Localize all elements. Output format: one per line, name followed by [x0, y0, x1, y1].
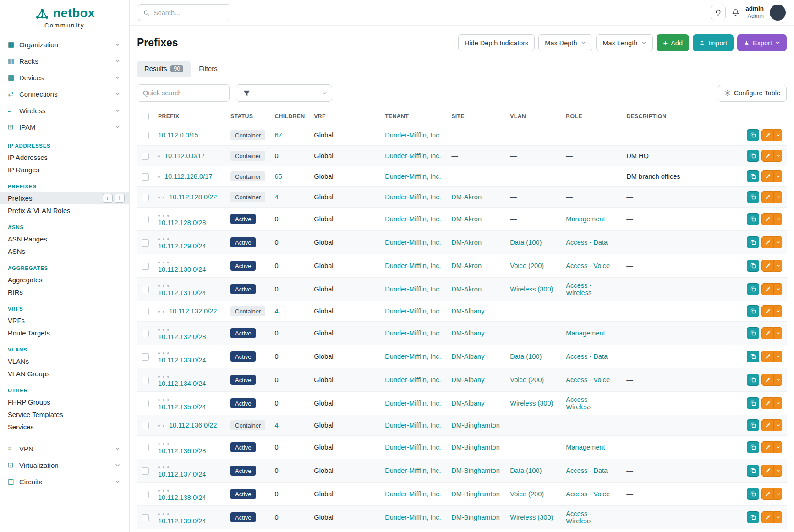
copy-button[interactable]	[747, 150, 759, 162]
sidebar-group-ipam[interactable]: ⊞ IPAM	[0, 119, 129, 135]
prefix-link[interactable]: 10.112.134.0/24	[158, 380, 206, 387]
row-checkbox[interactable]	[142, 377, 149, 384]
column-header-vrf[interactable]: VRF	[309, 108, 380, 125]
sidebar-item-prefix-vlan-roles[interactable]: Prefix & VLAN Roles + ↥	[0, 204, 129, 217]
site-link[interactable]: DM-Akron	[451, 239, 482, 246]
column-header-site[interactable]: Site	[447, 108, 505, 125]
prefix-link[interactable]: 10.112.132.0/28	[158, 333, 206, 340]
sidebar-add-button[interactable]: +	[103, 194, 113, 203]
copy-button[interactable]	[747, 511, 759, 523]
row-checkbox[interactable]	[142, 263, 149, 270]
vlan-link[interactable]: Wireless (300)	[510, 285, 553, 293]
row-checkbox[interactable]	[142, 467, 149, 475]
sidebar-item-ip-ranges[interactable]: IP Ranges + ↥	[0, 164, 129, 176]
vlan-link[interactable]: Wireless (300)	[510, 400, 553, 407]
tenant-link[interactable]: Dunder-Mifflin, Inc.	[385, 422, 441, 429]
sidebar-group-vpn[interactable]: ⌗ VPN	[0, 440, 129, 457]
row-checkbox[interactable]	[142, 239, 149, 247]
row-checkbox[interactable]	[142, 422, 149, 429]
sidebar-item-fhrp-groups[interactable]: FHRP Groups + ↥	[0, 396, 129, 408]
edit-button[interactable]	[761, 305, 774, 317]
tenant-link[interactable]: Dunder-Mifflin, Inc.	[385, 239, 441, 246]
column-header-tenant[interactable]: Tenant	[380, 108, 447, 125]
edit-button[interactable]	[761, 511, 774, 523]
children-link[interactable]: 67	[274, 132, 282, 139]
edit-dropdown-button[interactable]	[774, 419, 782, 431]
site-link[interactable]: DM-Albany	[451, 307, 484, 315]
copy-button[interactable]	[747, 213, 759, 225]
row-checkbox[interactable]	[142, 132, 149, 139]
copy-button[interactable]	[747, 419, 759, 431]
edit-dropdown-button[interactable]	[774, 465, 782, 477]
copy-button[interactable]	[747, 191, 759, 203]
user-avatar[interactable]	[770, 5, 786, 21]
sidebar-item-asns[interactable]: ASNs + ↥	[0, 245, 129, 258]
sidebar-item-service-templates[interactable]: Service Templates + ↥	[0, 408, 129, 421]
copy-button[interactable]	[747, 129, 759, 141]
sidebar-import-button[interactable]: ↥	[115, 194, 125, 203]
edit-dropdown-button[interactable]	[774, 351, 782, 362]
copy-button[interactable]	[747, 283, 759, 295]
children-link[interactable]: 65	[274, 173, 282, 180]
site-link[interactable]: DM-Albany	[451, 376, 484, 384]
column-header-role[interactable]: Role	[561, 108, 622, 125]
notifications-icon[interactable]	[732, 9, 739, 16]
edit-button[interactable]	[761, 397, 774, 409]
row-checkbox[interactable]	[142, 353, 149, 361]
site-link[interactable]: DM-Albany	[451, 400, 484, 407]
vlan-link[interactable]: Voice (200)	[510, 376, 544, 384]
prefix-link[interactable]: 10.112.133.0/24	[158, 356, 206, 364]
select-all-checkbox[interactable]	[142, 113, 149, 120]
edit-dropdown-button[interactable]	[774, 283, 782, 295]
tenant-link[interactable]: Dunder-Mifflin, Inc.	[385, 444, 441, 451]
edit-button[interactable]	[761, 419, 774, 431]
edit-button[interactable]	[761, 213, 774, 225]
hide-depth-indicators-button[interactable]: Hide Depth Indicators	[458, 34, 535, 51]
prefix-link[interactable]: 10.112.0.0/15	[158, 132, 198, 139]
sidebar-item-vrfs[interactable]: VRFs + ↥	[0, 314, 129, 327]
tenant-link[interactable]: Dunder-Mifflin, Inc.	[385, 132, 441, 139]
edit-dropdown-button[interactable]	[774, 170, 782, 182]
tab-results[interactable]: Results 90	[137, 61, 191, 77]
site-link[interactable]: DM-Binghamton	[451, 422, 499, 429]
row-checkbox[interactable]	[142, 330, 149, 337]
add-button[interactable]: + Add	[657, 34, 689, 51]
sidebar-group-racks[interactable]: ▥ Racks	[0, 53, 129, 69]
edit-dropdown-button[interactable]	[774, 213, 782, 225]
site-link[interactable]: DM-Akron	[451, 193, 482, 201]
prefix-link[interactable]: 10.112.138.0/24	[158, 494, 206, 501]
column-header-vlan[interactable]: VLAN	[505, 108, 561, 125]
search-input[interactable]	[153, 9, 225, 16]
role-link[interactable]: Access - Wireless	[566, 282, 591, 296]
row-checkbox[interactable]	[142, 194, 149, 201]
sidebar-group-connections[interactable]: ⇄ Connections	[0, 86, 129, 102]
column-header-status[interactable]: Status	[226, 108, 270, 125]
row-checkbox[interactable]	[142, 400, 149, 407]
vlan-link[interactable]: Voice (200)	[510, 490, 544, 498]
edit-button[interactable]	[761, 351, 774, 362]
edit-button[interactable]	[761, 283, 774, 295]
prefix-link[interactable]: 10.112.135.0/24	[158, 403, 206, 411]
site-link[interactable]: DM-Akron	[451, 285, 482, 293]
edit-dropdown-button[interactable]	[774, 441, 782, 453]
sidebar-item-services[interactable]: Services + ↥	[0, 421, 129, 433]
edit-button[interactable]	[761, 170, 774, 182]
prefix-link[interactable]: 10.112.139.0/24	[158, 517, 206, 525]
copy-button[interactable]	[747, 327, 759, 339]
role-link[interactable]: Access - Voice	[566, 262, 610, 269]
site-link[interactable]: DM-Albany	[451, 329, 484, 337]
edit-dropdown-button[interactable]	[774, 397, 782, 409]
prefix-link[interactable]: 10.112.131.0/24	[158, 289, 206, 296]
sidebar-item-ip-addresses[interactable]: IP Addresses + ↥	[0, 151, 129, 164]
sidebar-item-vlans[interactable]: VLANs + ↥	[0, 355, 129, 367]
tenant-link[interactable]: Dunder-Mifflin, Inc.	[385, 376, 441, 384]
edit-dropdown-button[interactable]	[774, 305, 782, 317]
tenant-link[interactable]: Dunder-Mifflin, Inc.	[385, 400, 441, 407]
copy-button[interactable]	[747, 305, 759, 317]
export-button[interactable]: Export	[737, 34, 787, 51]
edit-dropdown-button[interactable]	[774, 236, 782, 248]
edit-dropdown-button[interactable]	[774, 129, 782, 141]
sidebar-group-devices[interactable]: ▤ Devices	[0, 69, 129, 86]
site-link[interactable]: DM-Binghamton	[451, 444, 499, 451]
prefix-link[interactable]: 10.112.136.0/28	[158, 447, 206, 455]
